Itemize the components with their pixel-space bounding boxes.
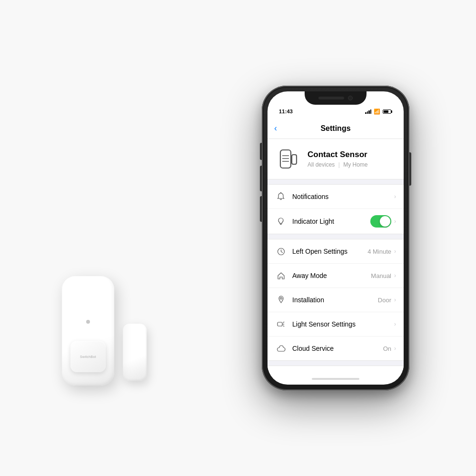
left-open-settings-row[interactable]: Left Open Settings 4 Minute › xyxy=(268,239,404,264)
away-mode-value: Manual xyxy=(371,272,391,279)
device-name: Contact Sensor xyxy=(307,150,368,159)
volume-up-button xyxy=(260,166,262,191)
indicator-light-label: Indicator Light xyxy=(292,218,370,225)
svg-line-12 xyxy=(283,326,284,327)
indicator-light-row[interactable]: Indicator Light › xyxy=(268,209,404,234)
away-mode-label: Away Mode xyxy=(292,272,371,279)
light-sensor-settings-chevron: › xyxy=(394,321,396,327)
indicator-light-chevron: › xyxy=(394,218,396,225)
back-button[interactable]: ‹ xyxy=(274,123,277,133)
notifications-chevron: › xyxy=(394,193,396,200)
svg-point-8 xyxy=(280,298,282,299)
notifications-row[interactable]: Notifications › xyxy=(268,185,404,209)
notifications-label: Notifications xyxy=(292,193,394,200)
device-brand-label: SwitchBot xyxy=(80,355,96,358)
home-indicator xyxy=(312,378,359,380)
physical-device-group: SwitchBot xyxy=(62,276,147,386)
light-sensor-settings-label: Light Sensor Settings xyxy=(292,320,394,328)
device-main-unit: SwitchBot xyxy=(62,276,114,386)
settings-section-1: Notifications › xyxy=(268,184,404,234)
pin-icon xyxy=(275,294,287,306)
faq-row[interactable]: FAQ › xyxy=(268,366,404,370)
device-info: Contact Sensor All devices | My Home xyxy=(307,150,368,168)
left-open-settings-value: 4 Minute xyxy=(367,248,391,255)
status-time: 11:43 xyxy=(279,109,293,114)
installation-chevron: › xyxy=(394,297,396,303)
phone-notch xyxy=(305,91,367,105)
toggle-knob xyxy=(380,216,390,227)
installation-value: Door xyxy=(378,297,391,304)
wifi-icon: 📶 xyxy=(374,109,380,115)
status-icons: 📶 xyxy=(365,109,392,115)
svg-line-11 xyxy=(283,322,284,323)
svg-rect-9 xyxy=(278,322,282,326)
speaker-grille xyxy=(318,97,344,99)
cloud-service-label: Cloud Service xyxy=(292,345,383,352)
cloud-service-value: On xyxy=(383,345,391,352)
phone-screen: 11:43 📶 xyxy=(268,91,404,385)
path-separator: | xyxy=(338,161,340,168)
phone-shell: 11:43 📶 xyxy=(262,86,409,390)
bell-icon xyxy=(275,191,287,202)
contact-sensor-icon xyxy=(278,148,299,170)
front-camera xyxy=(348,96,353,100)
settings-section-2: Left Open Settings 4 Minute › Away xyxy=(268,239,404,361)
settings-section-3: FAQ › Firmw xyxy=(268,366,404,370)
path-part2: My Home xyxy=(343,161,367,168)
phone: 11:43 📶 xyxy=(262,86,409,390)
settings-content: Contact Sensor All devices | My Home xyxy=(268,139,404,370)
status-bar: 11:43 📶 xyxy=(268,105,404,118)
cloud-icon xyxy=(275,343,287,354)
navigation-bar: ‹ Settings xyxy=(268,118,404,139)
indicator-light-toggle[interactable] xyxy=(370,215,391,228)
home-icon xyxy=(275,270,287,281)
scene: SwitchBot 11:43 xyxy=(52,52,424,424)
device-icon-box xyxy=(276,147,301,171)
mute-button xyxy=(260,143,262,160)
sensor-icon xyxy=(275,318,287,330)
device-path: All devices | My Home xyxy=(307,161,368,168)
light-sensor-settings-row[interactable]: Light Sensor Settings › xyxy=(268,312,404,337)
device-header-card: Contact Sensor All devices | My Home xyxy=(268,139,404,179)
svg-rect-1 xyxy=(292,155,297,164)
nav-title: Settings xyxy=(320,124,350,133)
installation-row[interactable]: Installation Door › xyxy=(268,288,404,312)
left-open-settings-label: Left Open Settings xyxy=(292,248,367,255)
signal-icon xyxy=(365,109,371,114)
device-small-unit xyxy=(123,324,147,381)
installation-label: Installation xyxy=(292,296,378,304)
away-mode-chevron: › xyxy=(394,272,396,279)
device-led-dot xyxy=(86,320,90,324)
power-button xyxy=(409,152,411,186)
volume-down-button xyxy=(260,196,262,222)
svg-rect-0 xyxy=(280,150,291,168)
battery-icon xyxy=(383,109,392,114)
left-open-settings-chevron: › xyxy=(394,248,396,255)
path-part1: All devices xyxy=(307,161,335,168)
away-mode-row[interactable]: Away Mode Manual › xyxy=(268,264,404,288)
device-button[interactable]: SwitchBot xyxy=(70,341,106,372)
clock-icon xyxy=(275,246,287,257)
bulb-icon xyxy=(275,216,287,227)
cloud-service-row[interactable]: Cloud Service On › xyxy=(268,337,404,360)
cloud-service-chevron: › xyxy=(394,345,396,352)
